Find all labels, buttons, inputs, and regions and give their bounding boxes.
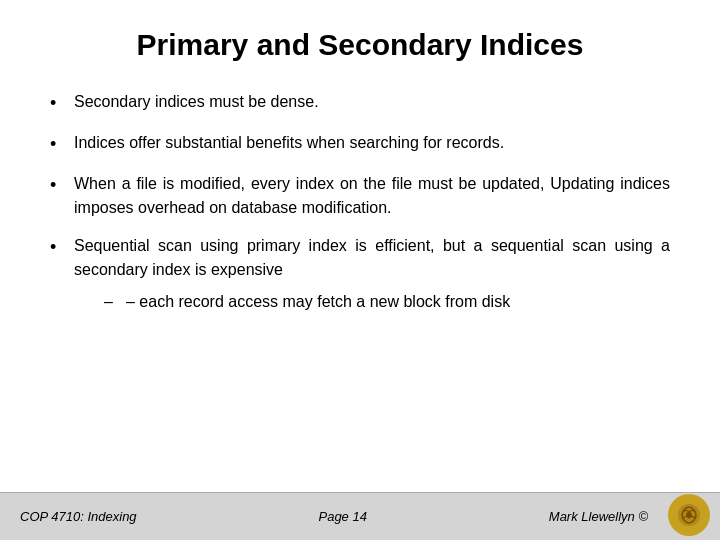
slide-title: Primary and Secondary Indices (0, 0, 720, 80)
bullet-text: Sequential scan using primary index is e… (74, 234, 670, 282)
slide-footer: COP 4710: Indexing Page 14 Mark Llewelly… (0, 492, 720, 540)
footer-left: COP 4710: Indexing (20, 509, 137, 524)
bullet-text: Secondary indices must be dense. (74, 90, 670, 114)
bullet-text: Indices offer substantial benefits when … (74, 131, 670, 155)
footer-right: Mark Llewellyn © (549, 509, 648, 524)
bullet-dot: • (50, 131, 70, 158)
list-item: • Secondary indices must be dense. (50, 90, 670, 117)
bullet-text: When a file is modified, every index on … (74, 172, 670, 220)
footer-logo (668, 494, 710, 536)
list-item: • Indices offer substantial benefits whe… (50, 131, 670, 158)
list-item: • Sequential scan using primary index is… (50, 234, 670, 314)
sub-bullet-dash: – (104, 290, 126, 314)
slide: Primary and Secondary Indices • Secondar… (0, 0, 720, 540)
bullet-dot: • (50, 234, 70, 261)
sub-bullet: – – each record access may fetch a new b… (104, 290, 670, 314)
sub-bullet-text: – each record access may fetch a new blo… (126, 290, 670, 314)
logo-circle (668, 494, 710, 536)
bullet-dot: • (50, 90, 70, 117)
bullet-dot: • (50, 172, 70, 199)
list-item: • When a file is modified, every index o… (50, 172, 670, 220)
footer-center: Page 14 (318, 509, 366, 524)
slide-content: • Secondary indices must be dense. • Ind… (0, 80, 720, 492)
